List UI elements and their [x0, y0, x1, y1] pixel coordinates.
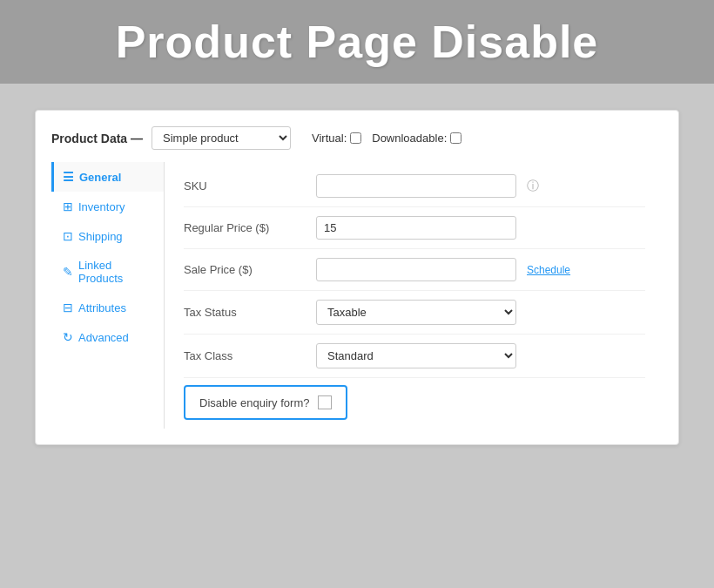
tax-class-select[interactable]: Standard Reduced Rate Zero Rate: [316, 343, 516, 368]
sidebar: ☰ General ⊞ Inventory ⊡ Shipping ✎ Linke…: [51, 162, 165, 429]
tax-class-row: Tax Class Standard Reduced Rate Zero Rat…: [184, 335, 645, 378]
linked-products-icon: ✎: [63, 265, 73, 279]
product-type-select[interactable]: Simple product Variable product Grouped …: [152, 126, 291, 150]
sale-price-row: Sale Price ($) Schedule: [184, 249, 645, 291]
virtual-label[interactable]: Virtual:: [312, 132, 361, 145]
sidebar-item-linked-products[interactable]: ✎ Linked Products: [51, 251, 164, 293]
sale-price-label: Sale Price ($): [184, 263, 306, 276]
product-data-label: Product Data —: [51, 132, 143, 145]
regular-price-row: Regular Price ($): [184, 207, 645, 249]
sidebar-item-general[interactable]: ☰ General: [51, 162, 164, 192]
regular-price-input[interactable]: [316, 216, 516, 240]
downloadable-label[interactable]: Downloadable:: [372, 132, 461, 145]
tax-status-label: Tax Status: [184, 306, 306, 319]
downloadable-checkbox[interactable]: [450, 132, 461, 144]
disable-enquiry-label: Disable enquiry form?: [199, 396, 309, 409]
main-content: ☰ General ⊞ Inventory ⊡ Shipping ✎ Linke…: [51, 162, 663, 429]
page-title: Product Page Disable: [26, 16, 688, 68]
virtual-checkbox[interactable]: [350, 132, 361, 144]
sidebar-item-label: Attributes: [78, 301, 126, 314]
sidebar-item-label: Inventory: [78, 200, 125, 213]
sku-help-icon: ⓘ: [527, 179, 539, 194]
shipping-icon: ⊡: [63, 229, 73, 243]
product-card: Product Data — Simple product Variable p…: [35, 110, 679, 445]
sku-input[interactable]: [316, 174, 516, 198]
sidebar-item-label: Linked Products: [78, 259, 155, 285]
tax-status-row: Tax Status Taxable Shipping only None: [184, 291, 645, 335]
sidebar-item-label: Advanced: [78, 331, 129, 344]
advanced-icon: ↻: [63, 330, 73, 344]
regular-price-label: Regular Price ($): [184, 221, 306, 234]
tax-status-select[interactable]: Taxable Shipping only None: [316, 300, 516, 325]
tax-class-label: Tax Class: [184, 349, 306, 362]
form-panel: SKU ⓘ Regular Price ($) Sale Price ($) S…: [165, 162, 663, 429]
sidebar-item-label: Shipping: [78, 230, 123, 243]
general-icon: ☰: [63, 170, 74, 184]
disable-enquiry-checkbox[interactable]: [318, 395, 332, 409]
disable-enquiry-box: Disable enquiry form?: [184, 385, 347, 420]
sale-price-input[interactable]: [316, 258, 516, 281]
schedule-link[interactable]: Schedule: [527, 264, 570, 276]
sidebar-item-advanced[interactable]: ↻ Advanced: [51, 322, 164, 352]
inventory-icon: ⊞: [63, 199, 73, 213]
virtual-downloadable-group: Virtual: Downloadable:: [312, 132, 461, 145]
attributes-icon: ⊟: [63, 301, 73, 314]
product-data-header: Product Data — Simple product Variable p…: [51, 126, 663, 150]
sidebar-item-shipping[interactable]: ⊡ Shipping: [51, 221, 164, 251]
page-header: Product Page Disable: [0, 0, 714, 84]
sidebar-item-attributes[interactable]: ⊟ Attributes: [51, 293, 164, 322]
sidebar-item-label: General: [79, 171, 121, 184]
sidebar-item-inventory[interactable]: ⊞ Inventory: [51, 192, 164, 221]
sku-label: SKU: [184, 179, 306, 193]
sku-row: SKU ⓘ: [184, 166, 645, 207]
